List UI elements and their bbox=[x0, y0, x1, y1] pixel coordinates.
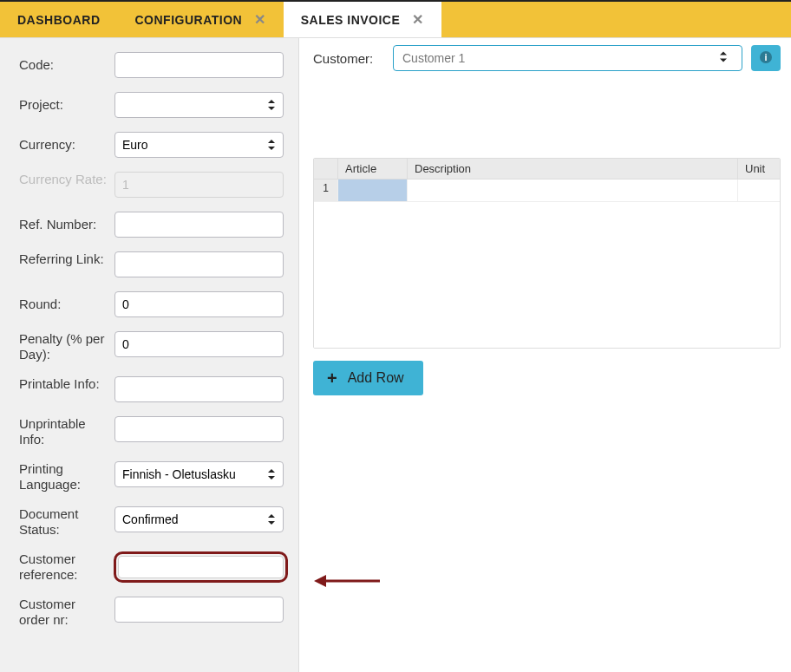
label-project: Project: bbox=[19, 97, 114, 113]
referring-link-input[interactable] bbox=[114, 251, 284, 277]
customer-row: Customer: i bbox=[313, 45, 781, 71]
tab-dashboard[interactable]: DASHBOARD bbox=[0, 2, 118, 37]
cell-description[interactable] bbox=[408, 179, 738, 201]
table-row[interactable]: 1 bbox=[314, 179, 780, 202]
customer-select[interactable] bbox=[393, 45, 742, 71]
left-form-panel: Code: Project: Currency: bbox=[0, 38, 299, 672]
field-printable-info: Printable Info: bbox=[19, 376, 288, 402]
label-penalty: Penalty (% per Day): bbox=[19, 331, 114, 362]
field-printing-language: Printing Language: bbox=[19, 461, 288, 493]
right-panel: Customer: i Article bbox=[299, 38, 791, 672]
line-items-grid[interactable]: Article Description Unit 1 bbox=[313, 158, 781, 349]
tab-configuration[interactable]: CONFIGURATION ✕ bbox=[118, 2, 284, 37]
currency-select[interactable] bbox=[114, 132, 284, 158]
app-window: DASHBOARD CONFIGURATION ✕ SALES INVOICE … bbox=[0, 0, 791, 672]
chevron-updown-icon bbox=[718, 50, 729, 67]
plus-icon: + bbox=[327, 369, 337, 387]
col-rownum bbox=[314, 159, 338, 179]
customer-info-button[interactable]: i bbox=[751, 45, 781, 71]
label-customer: Customer: bbox=[313, 51, 381, 66]
tab-sales-invoice[interactable]: SALES INVOICE ✕ bbox=[284, 2, 441, 37]
label-printable-info: Printable Info: bbox=[19, 376, 114, 392]
code-input[interactable] bbox=[114, 52, 284, 78]
project-select[interactable] bbox=[114, 92, 284, 118]
field-project: Project: bbox=[19, 92, 288, 118]
field-document-status: Document Status: bbox=[19, 506, 288, 538]
cell-article[interactable] bbox=[338, 179, 408, 201]
label-unprintable-info: Unprintable Info: bbox=[19, 416, 114, 447]
field-customer-reference: Customer reference: bbox=[19, 551, 288, 583]
col-description: Description bbox=[408, 159, 738, 179]
unprintable-info-input[interactable] bbox=[114, 416, 284, 442]
field-unprintable-info: Unprintable Info: bbox=[19, 416, 288, 447]
printable-info-input[interactable] bbox=[114, 376, 284, 402]
field-customer-order-nr: Customer order nr: bbox=[19, 597, 288, 628]
field-ref-number: Ref. Number: bbox=[19, 212, 288, 238]
close-icon[interactable]: ✕ bbox=[254, 11, 266, 28]
row-number: 1 bbox=[314, 179, 338, 201]
info-icon: i bbox=[759, 50, 773, 67]
ref-number-input[interactable] bbox=[114, 212, 284, 238]
label-customer-reference: Customer reference: bbox=[19, 551, 114, 583]
col-unit: Unit bbox=[738, 159, 780, 179]
customer-order-nr-input[interactable] bbox=[114, 597, 284, 623]
main-split: Code: Project: Currency: bbox=[0, 38, 791, 672]
label-document-status: Document Status: bbox=[19, 506, 114, 538]
field-round: Round: bbox=[19, 291, 288, 317]
field-currency: Currency: bbox=[19, 132, 288, 158]
label-referring-link: Referring Link: bbox=[19, 251, 114, 267]
field-referring-link: Referring Link: bbox=[19, 251, 288, 277]
label-round: Round: bbox=[19, 297, 114, 312]
round-input[interactable] bbox=[114, 291, 284, 317]
tab-label: SALES INVOICE bbox=[301, 13, 401, 27]
col-article: Article bbox=[338, 159, 408, 179]
tab-label: CONFIGURATION bbox=[135, 13, 243, 27]
cell-unit[interactable] bbox=[738, 179, 780, 201]
label-currency-rate: Currency Rate: bbox=[19, 172, 114, 187]
callout-ring bbox=[114, 551, 288, 583]
add-row-button[interactable]: + Add Row bbox=[313, 361, 423, 395]
tab-bar: DASHBOARD CONFIGURATION ✕ SALES INVOICE … bbox=[0, 2, 791, 38]
penalty-input[interactable] bbox=[114, 331, 284, 357]
label-customer-order-nr: Customer order nr: bbox=[19, 597, 114, 628]
field-penalty: Penalty (% per Day): bbox=[19, 331, 288, 362]
svg-text:i: i bbox=[764, 52, 767, 62]
label-ref-number: Ref. Number: bbox=[19, 217, 114, 232]
printing-language-select[interactable] bbox=[114, 461, 284, 487]
document-status-select[interactable] bbox=[114, 506, 284, 532]
currency-rate-input bbox=[114, 172, 284, 198]
label-printing-language: Printing Language: bbox=[19, 461, 114, 493]
label-currency: Currency: bbox=[19, 137, 114, 153]
field-currency-rate: Currency Rate: bbox=[19, 172, 288, 198]
label-code: Code: bbox=[19, 57, 114, 73]
grid-header: Article Description Unit bbox=[314, 159, 780, 179]
customer-reference-input[interactable] bbox=[118, 556, 284, 578]
close-icon[interactable]: ✕ bbox=[412, 11, 424, 28]
tab-label: DASHBOARD bbox=[17, 13, 101, 27]
add-row-label: Add Row bbox=[348, 370, 404, 386]
grid-body: 1 bbox=[314, 179, 780, 348]
field-code: Code: bbox=[19, 52, 288, 78]
